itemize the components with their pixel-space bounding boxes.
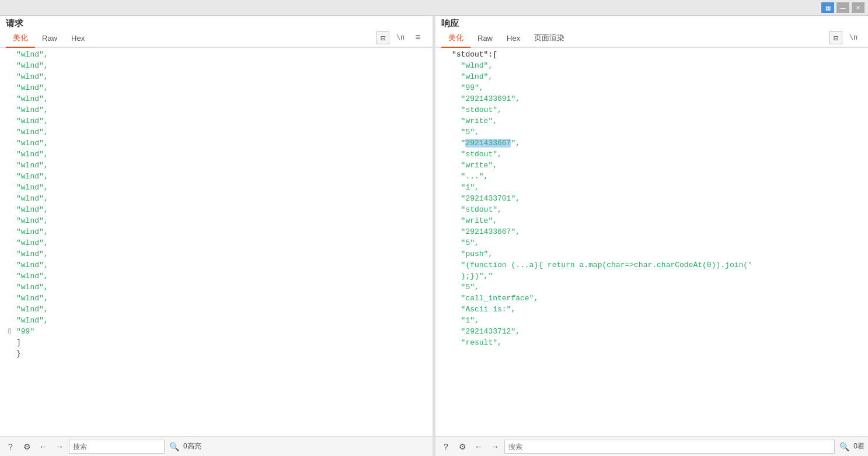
list-item: "5", bbox=[435, 238, 868, 250]
list-item: "wlnd", bbox=[0, 272, 433, 283]
list-item: "wlnd", bbox=[0, 205, 433, 216]
list-item: "wlnd", bbox=[0, 61, 433, 72]
list-item: "stdout", bbox=[435, 106, 868, 117]
request-title: 请求 bbox=[6, 18, 23, 29]
copy-icon[interactable]: ⊟ bbox=[377, 31, 389, 44]
request-tabs: 美化 Raw Hex ⊟ \n ≡ bbox=[0, 29, 433, 48]
list-item: "1", bbox=[435, 316, 868, 327]
request-toolbar: ⊟ \n ≡ bbox=[377, 31, 427, 44]
forward-button-response[interactable]: → bbox=[488, 440, 502, 454]
response-toolbar: ⊟ \n bbox=[829, 31, 862, 44]
list-item: "2921433701", bbox=[435, 194, 868, 205]
response-title: 响应 bbox=[441, 18, 459, 29]
help-button-response[interactable]: ? bbox=[439, 440, 453, 454]
search-button-request[interactable]: 🔍 bbox=[167, 440, 181, 454]
request-bottom-bar: ? ⚙ ← → 🔍 0高亮 bbox=[0, 436, 433, 456]
newline-icon[interactable]: \n bbox=[394, 31, 407, 44]
list-item: "5", bbox=[435, 283, 868, 294]
settings-button-request[interactable]: ⚙ bbox=[20, 440, 34, 454]
list-item: "wlnd", bbox=[0, 72, 433, 83]
list-item: "wlnd", bbox=[0, 294, 433, 305]
newline-icon-response[interactable]: \n bbox=[847, 31, 860, 44]
list-item: "stdout", bbox=[435, 205, 868, 216]
tab-beautify-response[interactable]: 美化 bbox=[441, 29, 470, 48]
list-item: "write", bbox=[435, 117, 868, 128]
tab-hex-response[interactable]: Hex bbox=[500, 30, 527, 47]
list-item: "2921433712", bbox=[435, 327, 868, 338]
copy-icon-response[interactable]: ⊟ bbox=[829, 31, 842, 44]
list-item: "wlnd", bbox=[0, 128, 433, 139]
list-item: "2921433667", bbox=[435, 139, 868, 150]
list-item: 8"99" bbox=[0, 327, 433, 338]
response-bottom-left: ? ⚙ ← → 🔍 0着 bbox=[435, 440, 868, 454]
list-item: "1", bbox=[435, 183, 868, 194]
list-item: "result", bbox=[435, 338, 868, 349]
search-button-response[interactable]: 🔍 bbox=[837, 440, 851, 454]
tab-render-response[interactable]: 页面渲染 bbox=[527, 29, 571, 48]
response-bottom-bar: ? ⚙ ← → 🔍 0着 bbox=[435, 436, 868, 456]
list-item: "wlnd", bbox=[0, 172, 433, 183]
list-item: "99", bbox=[435, 83, 868, 94]
list-item: );})"," bbox=[435, 272, 868, 283]
list-item: "wlnd", bbox=[0, 150, 433, 161]
settings-button-response[interactable]: ⚙ bbox=[455, 440, 469, 454]
list-item: "2921433691", bbox=[435, 94, 868, 106]
list-item: "wlnd", bbox=[0, 50, 433, 61]
list-item: "2921433667", bbox=[435, 227, 868, 238]
window-close-button[interactable]: ✕ bbox=[852, 2, 864, 13]
window-minimize-button[interactable]: — bbox=[836, 2, 849, 13]
request-bottom-left: ? ⚙ ← → 🔍 0高亮 bbox=[0, 440, 205, 454]
list-item: "wlnd", bbox=[0, 227, 433, 238]
tab-raw-request[interactable]: Raw bbox=[35, 30, 64, 47]
main-panels: 请求 美化 Raw Hex ⊟ \n ≡ "wlnd", "wlnd", "wl… bbox=[0, 16, 868, 456]
search-input-request[interactable] bbox=[69, 440, 165, 454]
help-button-request[interactable]: ? bbox=[4, 440, 18, 454]
list-item: "wlnd", bbox=[0, 216, 433, 227]
request-content[interactable]: "wlnd", "wlnd", "wlnd", "wlnd", "wlnd", … bbox=[0, 48, 433, 436]
request-panel: 请求 美化 Raw Hex ⊟ \n ≡ "wlnd", "wlnd", "wl… bbox=[0, 16, 433, 456]
list-item: "call_interface", bbox=[435, 294, 868, 305]
list-item: "wlnd", bbox=[0, 94, 433, 106]
list-item: "wlnd", bbox=[0, 316, 433, 327]
list-item: "write", bbox=[435, 216, 868, 227]
forward-button-request[interactable]: → bbox=[53, 440, 67, 454]
menu-icon[interactable]: ≡ bbox=[412, 31, 424, 44]
back-button-response[interactable]: ← bbox=[472, 440, 486, 454]
list-item: "wlnd", bbox=[435, 61, 868, 72]
list-item: "wlnd", bbox=[0, 183, 433, 194]
list-item: "wlnd", bbox=[0, 238, 433, 250]
list-item: "Ascii is:", bbox=[435, 305, 868, 316]
list-item: "wlnd", bbox=[0, 194, 433, 205]
request-header-row: 请求 bbox=[0, 16, 433, 29]
top-bar: ▦ — ✕ bbox=[0, 0, 868, 16]
list-item: "stdout":[ bbox=[435, 50, 868, 61]
list-item: } bbox=[0, 349, 433, 360]
response-header-row: 响应 bbox=[435, 16, 868, 29]
tab-hex-request[interactable]: Hex bbox=[64, 30, 92, 47]
list-item: "wlnd", bbox=[0, 139, 433, 150]
response-content[interactable]: "stdout":[ "wlnd", "wlnd", "99", "292143… bbox=[435, 48, 868, 436]
back-button-request[interactable]: ← bbox=[36, 440, 50, 454]
list-item: "wlnd", bbox=[0, 261, 433, 272]
tab-raw-response[interactable]: Raw bbox=[470, 30, 500, 47]
list-item: "wlnd", bbox=[0, 117, 433, 128]
list-item: "wlnd", bbox=[0, 305, 433, 316]
list-item: "(function (...a){ return a.map(char=>ch… bbox=[435, 261, 868, 272]
list-item: "stdout", bbox=[435, 150, 868, 161]
highlight-count-request: 0高亮 bbox=[183, 441, 201, 451]
list-item: "...", bbox=[435, 172, 868, 183]
search-input-response[interactable] bbox=[504, 440, 835, 454]
tab-beautify-request[interactable]: 美化 bbox=[6, 29, 35, 48]
list-item: "write", bbox=[435, 161, 868, 172]
highlight-count-response: 0着 bbox=[853, 441, 864, 451]
list-item: "wlnd", bbox=[435, 72, 868, 83]
list-item: "push", bbox=[435, 250, 868, 261]
list-item: "wlnd", bbox=[0, 283, 433, 294]
list-item: ] bbox=[0, 338, 433, 349]
list-item: "wlnd", bbox=[0, 106, 433, 117]
list-item: "wlnd", bbox=[0, 161, 433, 172]
response-tabs: 美化 Raw Hex 页面渲染 ⊟ \n bbox=[435, 29, 868, 48]
list-item: "5", bbox=[435, 128, 868, 139]
list-item: "wlnd", bbox=[0, 250, 433, 261]
window-tiles-button[interactable]: ▦ bbox=[821, 2, 834, 13]
